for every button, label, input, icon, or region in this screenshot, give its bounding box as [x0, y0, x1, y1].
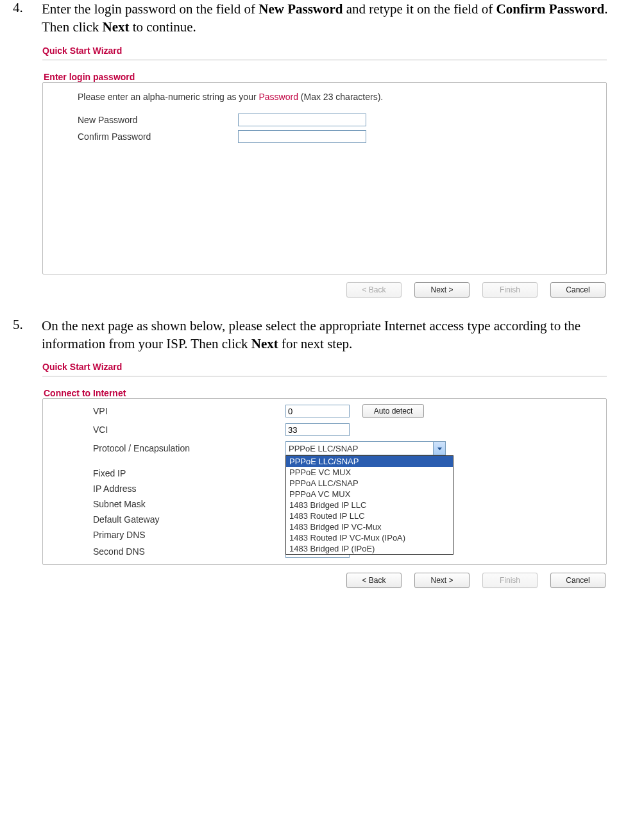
protocol-combo[interactable]: PPPoE LLC/SNAP PPPoE LLC/SNAP PPPoE VC M…: [285, 441, 446, 455]
confirm-password-input[interactable]: [238, 130, 366, 143]
protocol-option[interactable]: 1483 Bridged IP (IPoE): [286, 543, 453, 554]
new-password-label: New Password: [78, 115, 238, 125]
chevron-down-icon[interactable]: [433, 442, 445, 455]
wizard2-title: Quick Start Wizard: [42, 359, 607, 376]
protocol-option[interactable]: PPPoE VC MUX: [286, 467, 453, 478]
back-button[interactable]: < Back: [346, 282, 402, 298]
vpi-input[interactable]: [285, 405, 350, 417]
wizard1-title: Quick Start Wizard: [42, 43, 607, 60]
protocol-selected-text: PPPoE LLC/SNAP: [286, 444, 433, 453]
step-4-t4: to continue.: [129, 19, 196, 35]
finish-button[interactable]: Finish: [482, 573, 538, 588]
wizard1-panel: Please enter an alpha-numeric string as …: [42, 82, 607, 274]
step-5-text: On the next page as shown below, please …: [42, 317, 631, 353]
step-4-t1: Enter the login password on the field of: [42, 1, 258, 17]
default-gateway-label: Default Gateway: [93, 514, 285, 525]
step-4-text: Enter the login password on the field of…: [42, 0, 631, 37]
wizard2-panel: VPI Auto detect VCI Protocol / Encapsula…: [42, 398, 607, 565]
step-5-b1: Next: [251, 336, 278, 351]
step-4-b3: Next: [102, 19, 129, 35]
step-5-t2: for next step.: [278, 336, 352, 351]
wizard1-intro-post: (Max 23 characters).: [298, 92, 383, 102]
svg-marker-0: [437, 448, 441, 451]
protocol-dropdown[interactable]: PPPoE LLC/SNAP PPPoE VC MUX PPPoA LLC/SN…: [285, 455, 453, 555]
step-5: 5. On the next page as shown below, plea…: [13, 317, 631, 353]
wizard1-section-title: Enter login password: [42, 72, 607, 82]
second-dns-label: Second DNS: [93, 546, 285, 557]
protocol-option[interactable]: 1483 Bridged IP LLC: [286, 500, 453, 510]
wizard2-section-title: Connect to Internet: [42, 388, 607, 398]
back-button[interactable]: < Back: [346, 573, 402, 588]
confirm-password-label: Confirm Password: [78, 131, 238, 142]
next-button[interactable]: Next >: [414, 573, 470, 588]
protocol-option[interactable]: 1483 Bridged IP VC-Mux: [286, 521, 453, 532]
vpi-label: VPI: [93, 406, 285, 416]
cancel-button[interactable]: Cancel: [550, 573, 606, 588]
step-5-number: 5.: [13, 317, 42, 353]
protocol-option[interactable]: PPPoA VC MUX: [286, 489, 453, 500]
wizard1-intro-pre: Please enter an alpha-numeric string as …: [78, 92, 258, 102]
vci-label: VCI: [93, 425, 285, 435]
subnet-mask-label: Subnet Mask: [93, 499, 285, 509]
fixed-ip-label: Fixed IP: [93, 468, 285, 478]
step-4-t2: and retype it on the field of: [343, 1, 496, 17]
wizard1-button-row: < Back Next > Finish Cancel: [42, 274, 607, 299]
protocol-option[interactable]: PPPoA LLC/SNAP: [286, 478, 453, 489]
protocol-option[interactable]: 1483 Routed IP VC-Mux (IPoA): [286, 532, 453, 543]
primary-dns-label: Primary DNS: [93, 530, 285, 540]
vci-input[interactable]: [285, 423, 350, 436]
cancel-button[interactable]: Cancel: [550, 282, 606, 298]
step-4-b2: Confirm Password: [496, 1, 605, 17]
next-button[interactable]: Next >: [414, 282, 470, 298]
protocol-option[interactable]: 1483 Routed IP LLC: [286, 510, 453, 521]
auto-detect-button[interactable]: Auto detect: [362, 404, 424, 418]
wizard1-intro-pw: Password: [258, 92, 298, 102]
step-4-number: 4.: [13, 0, 42, 37]
wizard1-intro: Please enter an alpha-numeric string as …: [55, 92, 595, 102]
finish-button[interactable]: Finish: [482, 282, 538, 298]
wizard2-button-row: < Back Next > Finish Cancel: [42, 565, 607, 589]
wizard-screenshot-1: Quick Start Wizard Enter login password …: [42, 43, 607, 299]
protocol-label: Protocol / Encapsulation: [93, 443, 285, 453]
wizard-screenshot-2: Quick Start Wizard Connect to Internet V…: [42, 359, 607, 589]
step-4-b1: New Password: [258, 1, 343, 17]
ip-address-label: IP Address: [93, 484, 285, 494]
new-password-input[interactable]: [238, 114, 366, 126]
protocol-option[interactable]: PPPoE LLC/SNAP: [286, 456, 453, 467]
step-4: 4. Enter the login password on the field…: [13, 0, 631, 37]
